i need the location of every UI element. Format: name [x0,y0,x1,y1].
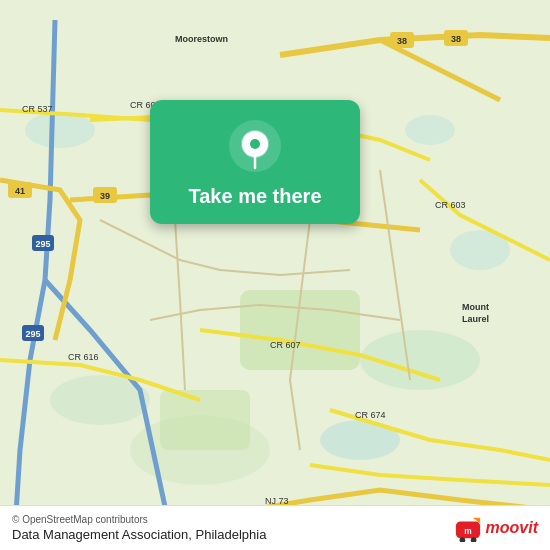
svg-text:Laurel: Laurel [462,314,489,324]
moovit-brand-text: moovit [486,519,538,537]
svg-text:Moorestown: Moorestown [175,34,228,44]
take-me-there-label: Take me there [188,184,321,208]
svg-text:CR 537: CR 537 [22,104,53,114]
pin-icon [229,120,281,172]
popup-card[interactable]: Take me there [150,100,360,224]
map-svg: 295 295 38 38 39 41 CR 537 CR 607 CR 603… [0,0,550,550]
svg-text:CR 607: CR 607 [270,340,301,350]
svg-point-6 [25,112,95,148]
bottom-bar: © OpenStreetMap contributors Data Manage… [0,505,550,550]
svg-text:38: 38 [451,34,461,44]
svg-text:295: 295 [25,329,40,339]
copyright-text: © OpenStreetMap contributors [12,514,266,525]
svg-text:39: 39 [100,191,110,201]
svg-text:38: 38 [397,36,407,46]
svg-text:CR 674: CR 674 [355,410,386,420]
moovit-brand-icon: m [454,514,482,542]
map-container: 295 295 38 38 39 41 CR 537 CR 607 CR 603… [0,0,550,550]
svg-point-34 [250,139,260,149]
svg-text:Mount: Mount [462,302,489,312]
svg-point-7 [405,115,455,145]
bottom-left: © OpenStreetMap contributors Data Manage… [12,514,266,542]
svg-rect-9 [160,390,250,450]
svg-text:CR 616: CR 616 [68,352,99,362]
svg-text:295: 295 [35,239,50,249]
moovit-logo: m moovit [454,514,538,542]
svg-text:m: m [464,526,471,536]
location-text: Data Management Association, Philadelphi… [12,527,266,542]
svg-text:CR 603: CR 603 [435,200,466,210]
svg-text:41: 41 [15,186,25,196]
